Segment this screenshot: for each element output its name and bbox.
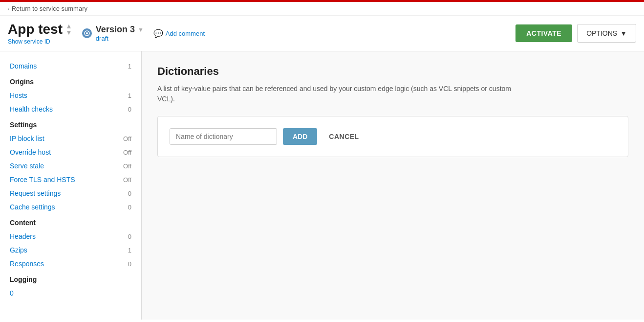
svg-point-1 (86, 32, 88, 34)
ip-block-list-status: Off (123, 135, 131, 142)
version-text: Version 3 (96, 24, 135, 35)
sidebar-content-header: Content (0, 214, 141, 230)
health-checks-label: Health checks (10, 105, 53, 113)
add-comment-link[interactable]: 💬 Add comment (153, 29, 205, 38)
sidebar-item-cache-settings[interactable]: Cache settings 0 (0, 200, 141, 214)
chevron-left-icon: ‹ (8, 6, 10, 12)
breadcrumb-link[interactable]: Return to service summary (12, 5, 87, 12)
sidebar-item-gzips[interactable]: Gzips 1 (0, 243, 141, 257)
force-tls-label: Force TLS and HSTS (10, 176, 75, 184)
sidebar-item-health-checks[interactable]: Health checks 0 (0, 102, 141, 116)
page-description: A list of key-value pairs that can be re… (157, 84, 524, 104)
hosts-label: Hosts (10, 92, 27, 99)
serve-stale-label: Serve stale (10, 162, 44, 170)
sidebar-item-domains[interactable]: Domains 1 (0, 59, 141, 73)
options-label: OPTIONS (586, 29, 617, 37)
headers-count: 0 (128, 233, 131, 240)
sidebar-item-request-settings[interactable]: Request settings 0 (0, 186, 141, 200)
app-title-group: App test ▲ ▼ (8, 22, 72, 37)
show-service-id-link[interactable]: Show service ID (8, 38, 50, 45)
sidebar-item-hosts[interactable]: Hosts 1 (0, 89, 141, 102)
responses-count: 0 (128, 260, 131, 268)
page-title: Dictionaries (157, 65, 628, 78)
sidebar-item-serve-stale[interactable]: Serve stale Off (0, 159, 141, 173)
ip-block-list-label: IP block list (10, 135, 44, 142)
activate-button[interactable]: ACTIVATE (515, 24, 572, 42)
version-arrows-icon: ▼ (138, 26, 144, 33)
sidebar-logging-header: Logging (0, 271, 141, 286)
breadcrumb-bar: ‹ Return to service summary (0, 2, 644, 16)
add-comment-label: Add comment (166, 30, 205, 37)
options-chevron-icon: ▼ (620, 29, 627, 37)
cancel-button[interactable]: CANCEL (323, 128, 365, 145)
version-area: Version 3 ▼ draft (82, 24, 144, 42)
header: App test ▲ ▼ Show service ID Version 3 ▼… (0, 16, 644, 51)
hosts-count: 1 (128, 92, 131, 99)
app-title-text: App test (8, 22, 63, 37)
request-settings-count: 0 (128, 190, 131, 197)
sidebar-item-headers[interactable]: Headers 0 (0, 230, 141, 243)
dictionary-form-card: ADD CANCEL (157, 116, 628, 157)
sidebar-item-ip-block-list[interactable]: IP block list Off (0, 132, 141, 145)
cache-settings-label: Cache settings (10, 203, 55, 211)
domains-count: 1 (128, 63, 131, 70)
dictionary-name-input[interactable] (170, 128, 277, 145)
cache-settings-count: 0 (128, 204, 131, 211)
sidebar: Domains 1 Origins Hosts 1 Health checks … (0, 51, 142, 320)
draft-badge: draft (96, 35, 144, 42)
serve-stale-status: Off (123, 162, 131, 170)
sidebar-item-responses[interactable]: Responses 0 (0, 257, 141, 271)
override-host-label: Override host (10, 148, 51, 156)
add-button[interactable]: ADD (283, 128, 317, 145)
logging-count-label: 0 (10, 289, 14, 297)
options-button[interactable]: OPTIONS ▼ (577, 24, 636, 43)
sidebar-item-override-host[interactable]: Override host Off (0, 145, 141, 159)
main-content: Dictionaries A list of key-value pairs t… (142, 51, 644, 320)
title-arrows-icon: ▲ ▼ (65, 23, 72, 35)
gzips-count: 1 (128, 247, 131, 254)
force-tls-status: Off (123, 176, 131, 184)
responses-label: Responses (10, 260, 44, 268)
version-info: Version 3 ▼ draft (96, 24, 144, 42)
header-title-area: App test ▲ ▼ Show service ID (8, 22, 72, 45)
header-actions: ACTIVATE OPTIONS ▼ (515, 24, 636, 43)
override-host-status: Off (123, 149, 131, 156)
sidebar-settings-header: Settings (0, 116, 141, 132)
sidebar-item-logging[interactable]: 0 (0, 286, 141, 300)
domains-label: Domains (10, 62, 37, 70)
sidebar-origins-header: Origins (0, 73, 141, 89)
gzips-label: Gzips (10, 246, 27, 254)
health-checks-count: 0 (128, 106, 131, 113)
sidebar-item-force-tls[interactable]: Force TLS and HSTS Off (0, 173, 141, 186)
version-icon (82, 28, 92, 38)
layout: Domains 1 Origins Hosts 1 Health checks … (0, 51, 644, 320)
request-settings-label: Request settings (10, 189, 61, 197)
headers-label: Headers (10, 232, 36, 240)
comment-icon: 💬 (153, 29, 163, 38)
